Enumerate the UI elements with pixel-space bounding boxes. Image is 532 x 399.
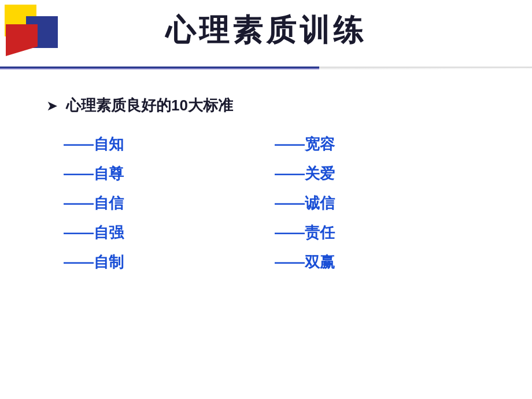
- list-item-left-5: ——自制: [64, 251, 275, 274]
- list-item-left-1: ——自知: [64, 133, 275, 156]
- list-item-right-4: ——责任: [275, 221, 486, 244]
- list-item-right-5: ——双赢: [275, 251, 486, 274]
- slide-title: 心理素质训练: [165, 14, 367, 47]
- list-item-right-1: ——宽容: [275, 133, 486, 156]
- bullet-arrow-icon: ➤: [46, 98, 58, 114]
- list-item-left-3: ——自信: [64, 192, 275, 215]
- title-line-shadow: [0, 68, 532, 69]
- red-shape: [6, 24, 38, 56]
- list-column-left: ——自知 ——自尊 ——自信 ——自强 ——自制: [64, 133, 275, 274]
- bullet-heading-text: 心理素质良好的10大标准: [66, 95, 233, 116]
- list-item-right-3: ——诚信: [275, 192, 486, 215]
- list-container: ——自知 ——自尊 ——自信 ——自强 ——自制 ——宽容 ——关爱 ——诚信 …: [64, 133, 486, 274]
- list-column-right: ——宽容 ——关爱 ——诚信 ——责任 ——双赢: [275, 133, 486, 274]
- slide: 心理素质训练 ➤ 心理素质良好的10大标准 ——自知 ——自尊 ——自信 ——自…: [0, 0, 532, 399]
- content-area: ➤ 心理素质良好的10大标准 ——自知 ——自尊 ——自信 ——自强 ——自制 …: [46, 84, 486, 274]
- list-item-right-2: ——关爱: [275, 162, 486, 185]
- list-item-left-2: ——自尊: [64, 162, 275, 185]
- bullet-heading: ➤ 心理素质良好的10大标准: [46, 95, 486, 116]
- title-area: 心理素质训练: [0, 10, 532, 51]
- list-item-left-4: ——自强: [64, 221, 275, 244]
